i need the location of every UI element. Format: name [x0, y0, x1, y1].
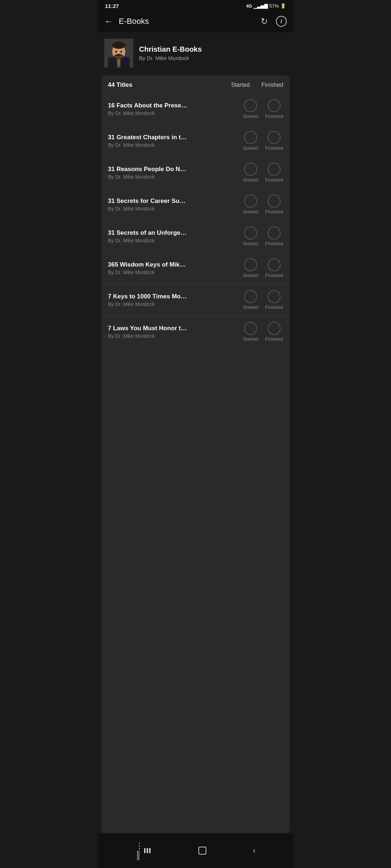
book-author: By Dr. Mike Murdock	[108, 238, 239, 243]
started-checkbox[interactable]	[244, 226, 257, 239]
started-checkbox[interactable]	[244, 322, 257, 335]
author-avatar	[104, 39, 133, 68]
started-checkbox[interactable]	[244, 131, 257, 144]
started-label: Started	[243, 305, 258, 310]
started-label: Started	[243, 241, 258, 246]
list-item[interactable]: 31 Secrets of an Unforge… By Dr. Mike Mu…	[101, 221, 290, 252]
finished-label: Finished	[265, 241, 283, 246]
started-action: Started	[243, 322, 258, 342]
book-info: 31 Reasons People Do N… By Dr. Mike Murd…	[108, 166, 239, 180]
started-action: Started	[243, 99, 258, 119]
back-button[interactable]: ←	[104, 16, 113, 26]
book-info: 365 Wisdom Keys of Mik… By Dr. Mike Murd…	[108, 261, 239, 275]
list-item[interactable]: 16 Facts About the Prese… By Dr. Mike Mu…	[101, 93, 290, 125]
finished-label: Finished	[265, 209, 283, 214]
svg-marker-11	[121, 57, 130, 68]
book-title: 365 Wisdom Keys of Mik…	[108, 261, 239, 268]
author-byline: By Dr. Mike Murdock	[139, 55, 202, 61]
svg-marker-10	[108, 57, 117, 68]
list-item[interactable]: 365 Wisdom Keys of Mik… By Dr. Mike Murd…	[101, 252, 290, 284]
started-action: Started	[243, 226, 258, 246]
finished-action: Finished	[265, 131, 283, 151]
finished-checkbox[interactable]	[268, 163, 281, 176]
book-actions: Started Finished	[243, 131, 283, 151]
list-item[interactable]: 7 Keys to 1000 Times Mo… By Dr. Mike Mur…	[101, 284, 290, 316]
finished-label: Finished	[265, 336, 283, 342]
finished-label: Finished	[265, 305, 283, 310]
svg-point-7	[115, 51, 117, 53]
refresh-button[interactable]: ↻	[258, 16, 270, 27]
finished-label: Finished	[265, 273, 283, 278]
book-info: 31 Secrets for Career Su… By Dr. Mike Mu…	[108, 197, 239, 212]
info-icon: i	[281, 18, 282, 25]
info-button[interactable]: i	[276, 16, 287, 27]
book-info: 31 Greatest Chapters in t… By Dr. Mike M…	[108, 134, 239, 148]
book-actions: Started Finished	[243, 99, 283, 119]
started-checkbox[interactable]	[244, 99, 257, 112]
list-item[interactable]: 31 Reasons People Do N… By Dr. Mike Murd…	[101, 157, 290, 189]
finished-checkbox[interactable]	[268, 258, 281, 271]
book-title: 31 Greatest Chapters in t…	[108, 134, 239, 141]
book-actions: Started Finished	[243, 258, 283, 278]
started-label: Started	[243, 177, 258, 183]
bottom-nav: ⋮║ ‹	[98, 833, 293, 868]
started-action: Started	[243, 163, 258, 183]
battery-icon: 🔋	[280, 3, 286, 9]
started-label: Started	[243, 114, 258, 119]
book-actions: Started Finished	[243, 322, 283, 342]
started-checkbox[interactable]	[244, 195, 257, 208]
nav-right-icons: ↻ i	[258, 16, 287, 27]
book-author: By Dr. Mike Murdock	[108, 174, 239, 180]
finished-action: Finished	[265, 226, 283, 246]
book-title: 31 Reasons People Do N…	[108, 166, 239, 173]
finished-checkbox[interactable]	[268, 322, 281, 335]
finished-label: Finished	[265, 114, 283, 119]
author-section: Christian E-Books By Dr. Mike Murdock	[98, 32, 293, 76]
books-list-container: 44 Titles Started Finished 16 Facts Abou…	[101, 76, 290, 833]
started-action: Started	[243, 258, 258, 278]
finished-checkbox[interactable]	[268, 131, 281, 144]
book-title: 7 Laws You Must Honor t…	[108, 325, 239, 332]
started-label: Started	[243, 336, 258, 342]
book-author: By Dr. Mike Murdock	[108, 269, 239, 275]
started-checkbox[interactable]	[244, 290, 257, 303]
battery-text: 57%	[269, 3, 279, 9]
titles-count: 44 Titles	[108, 81, 133, 89]
svg-rect-13	[147, 848, 148, 853]
started-label: Started	[243, 209, 258, 214]
finished-action: Finished	[265, 99, 283, 119]
book-actions: Started Finished	[243, 195, 283, 214]
finished-checkbox[interactable]	[268, 226, 281, 239]
svg-point-6	[112, 42, 125, 49]
started-col-header: Started	[230, 82, 251, 88]
finished-checkbox[interactable]	[268, 195, 281, 208]
nav-home-button[interactable]	[191, 844, 214, 857]
list-header: 44 Titles Started Finished	[101, 76, 290, 93]
book-author: By Dr. Mike Murdock	[108, 142, 239, 148]
list-item[interactable]: 31 Greatest Chapters in t… By Dr. Mike M…	[101, 125, 290, 157]
list-item[interactable]: 31 Secrets for Career Su… By Dr. Mike Mu…	[101, 189, 290, 221]
nav-menu-button[interactable]: ⋮║	[128, 839, 159, 862]
finished-checkbox[interactable]	[268, 290, 281, 303]
finished-checkbox[interactable]	[268, 99, 281, 112]
status-bar: 11:27 4G ▁▃▅▇ 57% 🔋	[98, 0, 293, 10]
book-title: 31 Secrets for Career Su…	[108, 197, 239, 205]
network-icon: 4G	[246, 4, 252, 9]
column-headers: Started Finished	[230, 82, 283, 88]
nav-back-button[interactable]: ‹	[246, 844, 263, 858]
page-title: E-Books	[119, 17, 149, 26]
started-checkbox[interactable]	[244, 163, 257, 176]
svg-rect-12	[144, 848, 146, 853]
book-actions: Started Finished	[243, 290, 283, 310]
nav-left: ← E-Books	[104, 16, 149, 26]
signal-icon: ▁▃▅▇	[253, 3, 268, 9]
finished-action: Finished	[265, 258, 283, 278]
started-label: Started	[243, 273, 258, 278]
book-info: 31 Secrets of an Unforge… By Dr. Mike Mu…	[108, 229, 239, 243]
started-action: Started	[243, 290, 258, 310]
finished-label: Finished	[265, 177, 283, 183]
started-checkbox[interactable]	[244, 258, 257, 271]
book-author: By Dr. Mike Murdock	[108, 206, 239, 212]
book-title: 31 Secrets of an Unforge…	[108, 229, 239, 237]
list-item[interactable]: 7 Laws You Must Honor t… By Dr. Mike Mur…	[101, 316, 290, 348]
